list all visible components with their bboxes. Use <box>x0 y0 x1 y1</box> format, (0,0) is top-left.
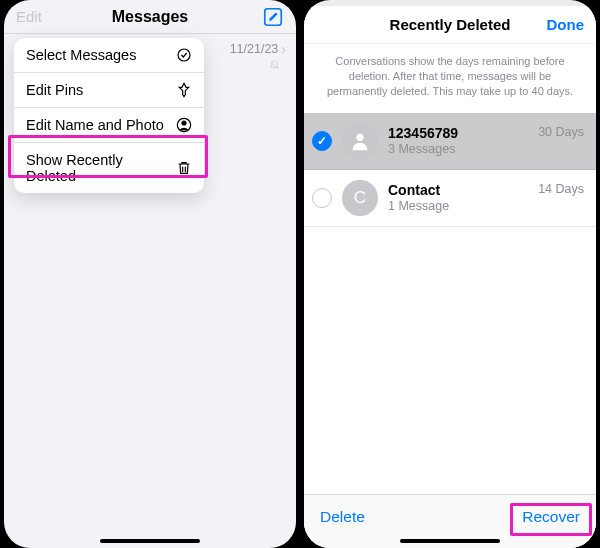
sheet: Recently Deleted Done Conversations show… <box>304 6 596 548</box>
recently-deleted-screen: Recently Deleted Done Conversations show… <box>304 0 596 548</box>
conversation-row[interactable]: C Contact 1 Message 14 Days <box>304 170 596 227</box>
sheet-header: Recently Deleted Done <box>304 6 596 44</box>
messages-header: Edit Messages <box>4 0 296 34</box>
menu-edit-pins[interactable]: Edit Pins <box>14 73 204 108</box>
svg-point-1 <box>178 49 190 61</box>
svg-point-3 <box>182 121 186 125</box>
conversation-name: 123456789 <box>388 125 528 141</box>
person-circle-icon <box>176 117 192 133</box>
edit-menu: Select Messages Edit Pins Edit Name and … <box>14 38 204 193</box>
conversation-preview-date: 11/21/23 › <box>230 41 286 57</box>
messages-screen: Edit Messages 11/21/23 › Select Messages <box>4 0 296 548</box>
conversation-name: Contact <box>388 182 528 198</box>
menu-item-label: Show Recently Deleted <box>26 152 176 184</box>
pin-icon <box>176 82 192 98</box>
page-title: Messages <box>4 8 296 26</box>
edit-button[interactable]: Edit <box>16 8 42 25</box>
menu-show-recently-deleted[interactable]: Show Recently Deleted <box>14 143 204 193</box>
conversation-sub: 3 Messages <box>388 142 528 156</box>
menu-item-label: Edit Name and Photo <box>26 117 164 133</box>
home-indicator[interactable] <box>400 539 500 543</box>
chevron-right-icon: › <box>281 41 286 57</box>
delete-button[interactable]: Delete <box>320 508 365 526</box>
sheet-title: Recently Deleted <box>390 16 511 33</box>
conversation-text: Contact 1 Message <box>388 182 528 213</box>
menu-item-label: Select Messages <box>26 47 136 63</box>
avatar: C <box>342 180 378 216</box>
conversation-text: 123456789 3 Messages <box>388 125 528 156</box>
days-remaining: 14 Days <box>538 182 584 196</box>
menu-item-label: Edit Pins <box>26 82 83 98</box>
select-checkbox[interactable] <box>312 188 332 208</box>
days-remaining: 30 Days <box>538 125 584 139</box>
preview-date-text: 11/21/23 <box>230 42 279 56</box>
trash-icon <box>176 160 192 176</box>
recover-button[interactable]: Recover <box>522 508 580 526</box>
messages-body: 11/21/23 › Select Messages Edit Pins Edi… <box>4 34 296 548</box>
done-button[interactable]: Done <box>547 16 585 33</box>
mute-icon <box>269 60 280 71</box>
compose-icon[interactable] <box>262 6 284 28</box>
menu-select-messages[interactable]: Select Messages <box>14 38 204 73</box>
select-checkbox[interactable] <box>312 131 332 151</box>
menu-edit-name-photo[interactable]: Edit Name and Photo <box>14 108 204 143</box>
home-indicator[interactable] <box>100 539 200 543</box>
info-text: Conversations show the days remaining be… <box>304 44 596 113</box>
conversation-sub: 1 Message <box>388 199 528 213</box>
svg-point-4 <box>356 133 363 140</box>
checkmark-circle-icon <box>176 47 192 63</box>
avatar <box>342 123 378 159</box>
conversation-row[interactable]: 123456789 3 Messages 30 Days <box>304 113 596 170</box>
